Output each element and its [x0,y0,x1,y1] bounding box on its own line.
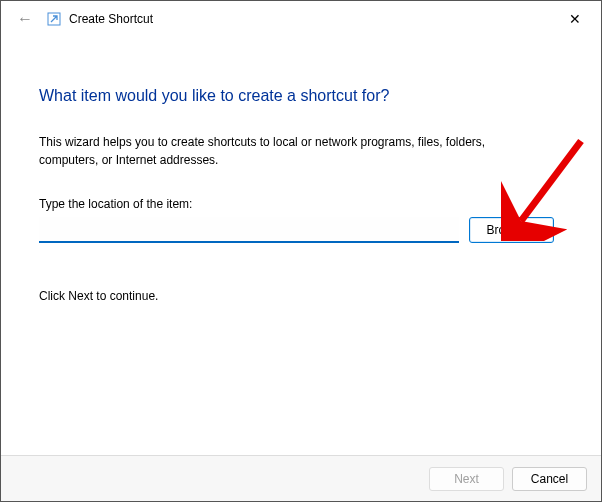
location-input[interactable] [39,217,459,243]
input-row: Browse... [39,217,563,243]
location-label: Type the location of the item: [39,197,563,211]
page-heading: What item would you like to create a sho… [39,87,563,105]
cancel-button[interactable]: Cancel [512,467,587,491]
browse-button[interactable]: Browse... [469,217,554,243]
back-icon: ← [9,6,41,32]
continue-hint: Click Next to continue. [39,289,563,303]
close-button[interactable]: ✕ [559,5,591,33]
wizard-footer: Next Cancel [1,455,601,501]
window-title: Create Shortcut [69,12,153,26]
next-button[interactable]: Next [429,467,504,491]
page-description: This wizard helps you to create shortcut… [39,133,519,169]
shortcut-icon [47,12,61,26]
wizard-content: What item would you like to create a sho… [1,37,601,303]
titlebar: ← Create Shortcut [1,1,601,37]
